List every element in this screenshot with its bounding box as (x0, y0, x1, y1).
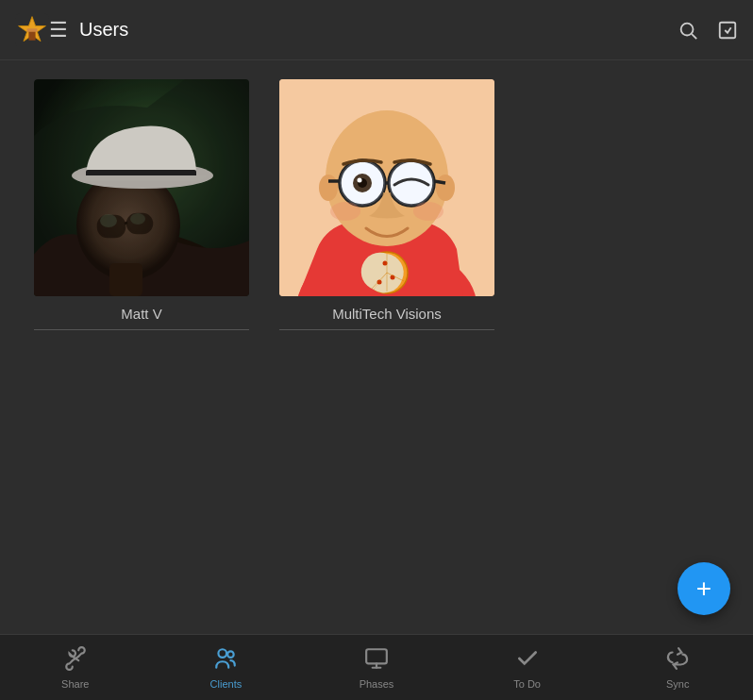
svg-point-33 (319, 175, 338, 201)
user-card-matt-v[interactable]: Matt V (28, 79, 255, 345)
sync-label: Sync (666, 678, 689, 690)
svg-rect-20 (34, 79, 249, 296)
header-actions (678, 20, 738, 41)
user-divider-matt-v (34, 329, 249, 330)
nav-item-todo[interactable]: To Do (494, 646, 561, 690)
svg-point-45 (330, 202, 360, 221)
nav-item-share[interactable]: Share (42, 646, 109, 690)
svg-point-44 (358, 178, 362, 183)
svg-line-41 (434, 181, 445, 183)
nav-item-clients[interactable]: Clients (192, 646, 259, 690)
svg-rect-3 (27, 28, 38, 32)
svg-rect-51 (366, 649, 387, 663)
bottom-navigation: Share Clients Phases (0, 634, 753, 700)
sync-icon (665, 646, 690, 675)
phases-label: Phases (360, 678, 394, 690)
search-button[interactable] (678, 20, 698, 41)
avatar-matt-v (34, 79, 249, 296)
svg-point-34 (436, 175, 455, 201)
nav-item-phases[interactable]: Phases (343, 646, 410, 690)
user-divider-multitech (279, 329, 494, 330)
add-button[interactable]: + (678, 562, 730, 615)
clients-label: Clients (210, 678, 243, 690)
svg-rect-6 (720, 22, 736, 38)
avatar-multitech (279, 79, 494, 296)
todo-label: To Do (513, 678, 541, 690)
clients-icon (213, 646, 238, 675)
svg-line-5 (692, 34, 696, 39)
user-card-multitech[interactable]: MultiTech Visions (274, 79, 500, 345)
user-name-matt-v: Matt V (121, 306, 161, 322)
users-grid: Matt V (0, 60, 753, 634)
svg-point-46 (413, 202, 443, 221)
share-icon (63, 646, 88, 675)
app-header: ☰ Users (0, 0, 753, 60)
phases-icon (364, 646, 389, 675)
svg-point-50 (228, 651, 235, 658)
user-name-multitech: MultiTech Visions (332, 306, 442, 322)
app-logo (15, 13, 49, 47)
share-label: Share (61, 678, 89, 690)
page-title: Users (79, 19, 678, 41)
nav-item-sync[interactable]: Sync (644, 646, 711, 690)
menu-icon[interactable]: ☰ (49, 18, 68, 42)
svg-point-4 (681, 23, 694, 35)
check-button[interactable] (717, 20, 738, 41)
svg-point-49 (219, 649, 227, 658)
todo-icon (515, 646, 540, 675)
